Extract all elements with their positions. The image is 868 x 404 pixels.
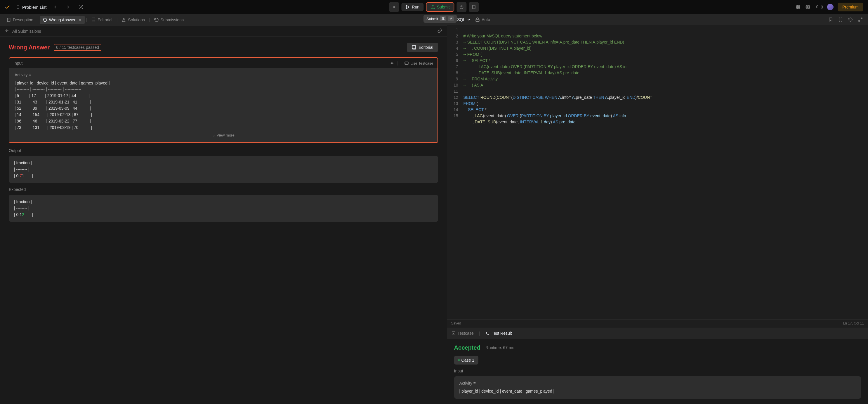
testcase-tab-label: Testcase <box>458 331 474 336</box>
tab-editorial-label: Editorial <box>97 18 113 22</box>
document-icon <box>6 18 11 22</box>
prev-problem-button[interactable] <box>51 3 59 11</box>
expected-label: Expected <box>9 187 438 192</box>
flask-icon <box>122 18 126 22</box>
svg-rect-20 <box>796 5 798 7</box>
run-button[interactable]: Run <box>401 3 424 11</box>
svg-rect-22 <box>799 7 800 9</box>
submit-tooltip: Submit ⌘ ↵ <box>424 15 457 23</box>
svg-line-8 <box>80 5 80 6</box>
streak-count: 0 <box>821 5 823 9</box>
tooltip-key-cmd: ⌘ <box>440 17 446 21</box>
input-section: Input | Use Testcase Activity =| player_… <box>9 57 438 143</box>
back-button[interactable] <box>5 28 9 34</box>
book-icon <box>91 18 96 22</box>
tab-description-label: Description <box>13 18 33 22</box>
cursor-position: Ln 17, Col 11 <box>843 321 864 325</box>
svg-rect-21 <box>799 5 800 7</box>
input-table-content: | player_id | device_id | event_date | g… <box>14 81 110 130</box>
svg-line-38 <box>859 20 860 21</box>
output-label: Output <box>9 148 438 153</box>
tab-wrong-answer-label: Wrong Answer <box>49 18 75 22</box>
settings-button[interactable] <box>805 4 811 10</box>
history-icon <box>154 18 159 22</box>
view-more-button[interactable]: ⌄ View more <box>14 133 432 138</box>
bookmark-icon[interactable] <box>828 17 834 23</box>
streak-counter[interactable]: 0 <box>815 5 823 9</box>
tab-submissions-label: Submissions <box>161 18 184 22</box>
problem-list-label: Problem List <box>22 5 46 10</box>
code-editor[interactable]: 123456789101112131415 # Write your MySQL… <box>447 25 868 319</box>
fullscreen-icon[interactable] <box>858 17 863 23</box>
debug-input-button[interactable] <box>390 61 394 65</box>
tab-submissions[interactable]: Submissions <box>151 16 187 24</box>
tab-editorial[interactable]: Editorial <box>88 16 115 24</box>
test-result-tab-label: Test Result <box>492 331 512 336</box>
result-tabs: Testcase | Test Result <box>447 327 868 339</box>
history-icon <box>43 18 47 22</box>
accepted-status: Accepted <box>454 344 480 351</box>
run-label: Run <box>412 5 420 9</box>
timer-button[interactable] <box>457 2 467 12</box>
leetcode-logo[interactable] <box>5 4 10 10</box>
tab-solutions-label: Solutions <box>128 18 145 22</box>
tab-test-result[interactable]: Test Result <box>485 331 512 336</box>
submissions-subheader: All Submissions <box>0 26 447 37</box>
all-submissions-label: All Submissions <box>12 29 41 34</box>
status-title: Wrong Answer <box>9 44 50 51</box>
svg-rect-23 <box>796 7 798 9</box>
tab-solutions[interactable]: Solutions <box>119 16 148 24</box>
link-icon[interactable] <box>437 28 442 34</box>
svg-point-24 <box>807 6 808 8</box>
tab-testcase[interactable]: Testcase <box>451 331 474 336</box>
line-gutter: 123456789101112131415 <box>447 27 462 119</box>
debug-button[interactable] <box>389 2 399 12</box>
status-dot-icon <box>458 359 460 361</box>
result-input-label: Input <box>454 369 861 373</box>
input-label: Input <box>13 61 23 65</box>
use-testcase-label: Use Testcase <box>411 61 433 65</box>
case-1-chip[interactable]: Case 1 <box>454 356 478 365</box>
submit-label: Submit <box>437 5 450 9</box>
premium-button[interactable]: Premium <box>838 3 863 11</box>
case-1-label: Case 1 <box>461 358 474 363</box>
saved-status: Saved <box>451 321 461 325</box>
svg-line-37 <box>861 18 862 19</box>
tooltip-key-enter: ↵ <box>448 17 454 21</box>
auto-toggle[interactable]: Auto <box>475 17 490 22</box>
editorial-button-label: Editorial <box>418 45 433 50</box>
topbar: Problem List Run Submit 0 Premium <box>0 0 868 14</box>
braces-icon[interactable] <box>838 17 843 23</box>
tooltip-label: Submit <box>426 17 438 21</box>
editor-footer: Saved Ln 17, Col 11 <box>447 319 868 327</box>
svg-rect-36 <box>476 19 479 21</box>
next-problem-button[interactable] <box>64 3 72 11</box>
layout-button[interactable] <box>795 4 801 10</box>
problem-list-button[interactable]: Problem List <box>15 5 46 10</box>
auto-label: Auto <box>482 17 490 22</box>
svg-point-9 <box>394 6 395 8</box>
svg-rect-34 <box>405 62 408 64</box>
runtime-label: Runtime: 67 ms <box>486 345 514 350</box>
left-tabs: Description | Wrong Answer ✕ | Editorial… <box>0 14 447 26</box>
svg-marker-14 <box>407 5 409 9</box>
testcases-passed: 6 / 15 testcases passed <box>54 44 101 51</box>
result-input-codebox: Activity =| player_id | device_id | even… <box>454 376 861 399</box>
editor-header: MySQL Auto <box>447 14 868 25</box>
tab-wrong-answer[interactable]: Wrong Answer ✕ <box>40 16 85 24</box>
notes-button[interactable] <box>469 2 479 12</box>
input-codebox: Activity =| player_id | device_id | even… <box>9 68 437 142</box>
expected-codebox: | fraction | | -------- | | 0.12 | <box>9 195 438 222</box>
tab-description[interactable]: Description <box>3 16 36 24</box>
editorial-button[interactable]: Editorial <box>407 43 438 52</box>
close-icon[interactable]: ✕ <box>78 18 82 22</box>
svg-rect-19 <box>472 5 475 9</box>
shuffle-button[interactable] <box>77 3 85 11</box>
use-testcase-button[interactable]: Use Testcase <box>404 61 433 65</box>
submit-button[interactable]: Submit <box>426 2 455 12</box>
activity-label: Activity = <box>14 72 432 78</box>
reset-icon[interactable] <box>847 17 854 23</box>
svg-point-29 <box>391 63 393 64</box>
output-codebox: | fraction | | -------- | | 0.71 | <box>9 156 438 183</box>
avatar[interactable] <box>827 4 834 10</box>
